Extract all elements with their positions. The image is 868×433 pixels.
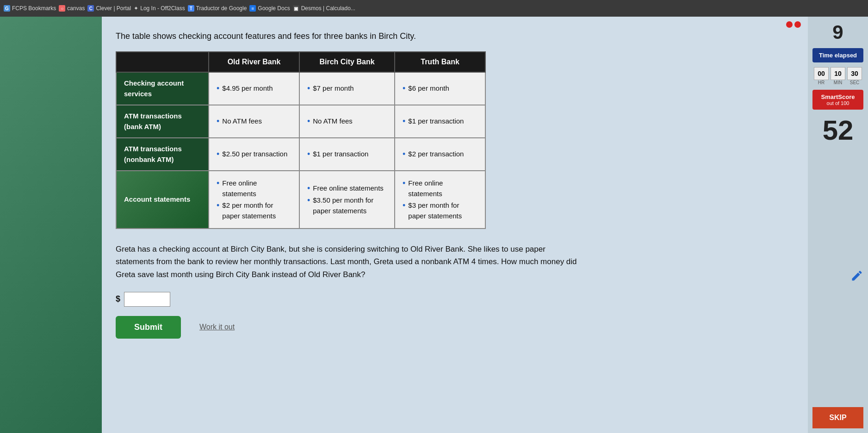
cell-checking-old-river: • $4.95 per month: [209, 72, 299, 105]
time-numbers: 00 HR 10 MIN 30 SEC: [814, 67, 862, 85]
time-value-hr: 00: [814, 67, 829, 80]
table-row: Checking account services • $4.95 per mo…: [116, 72, 485, 105]
desmos-icon: ▣: [293, 5, 299, 12]
red-dot-2: [794, 21, 801, 28]
time-display: 00 HR 10 MIN 30 SEC: [812, 67, 863, 85]
bullet-dot: •: [403, 116, 405, 127]
time-value-min: 10: [831, 67, 845, 80]
pencil-icon[interactable]: [850, 269, 863, 284]
time-elapsed-button[interactable]: Time elapsed: [812, 48, 863, 62]
bullet-item: • $4.95 per month: [217, 83, 291, 94]
question-text: Greta has a checking account at Birch Ci…: [116, 243, 578, 281]
tab-canvas[interactable]: ○ canvas: [59, 5, 85, 12]
table-row: ATM transactions (bank ATM) • No ATM fee…: [116, 105, 485, 138]
row-header-atm-bank: ATM transactions (bank ATM): [116, 105, 209, 138]
bullet-dot: •: [307, 195, 310, 206]
bullet-item: • $2.50 per transaction: [217, 149, 291, 160]
off2class-icon: ✦: [134, 5, 138, 12]
cell-atm-bank-old-river: • No ATM fees: [209, 105, 299, 138]
bullet-dot: •: [217, 178, 219, 189]
red-dot-1: [786, 21, 793, 28]
bullet-dot: •: [307, 116, 310, 127]
skip-button[interactable]: SKIP: [812, 407, 863, 428]
traductor-icon: T: [188, 5, 194, 12]
table-row: ATM transactions (nonbank ATM) • $2.50 p…: [116, 138, 485, 171]
time-unit-sec: 30 SEC: [847, 67, 862, 85]
cell-atm-bank-birch: • No ATM fees: [299, 105, 395, 138]
bullet-dot: •: [403, 149, 405, 160]
cell-atm-nonbank-birch: • $1 per transaction: [299, 138, 395, 171]
bullet-item: • $3.50 per month for paper statements: [307, 195, 387, 216]
row-header-atm-nonbank: ATM transactions (nonbank ATM): [116, 138, 209, 171]
bullet-dot: •: [403, 200, 405, 211]
bullet-item: • Free online statements: [307, 183, 387, 194]
tab-gdocs[interactable]: ≡ Google Docs: [249, 5, 290, 12]
bullet-dot: •: [217, 116, 219, 127]
time-label-hr: HR: [818, 80, 825, 85]
cell-checking-truth: • $6 per month: [395, 72, 485, 105]
gdocs-icon: ≡: [249, 5, 256, 12]
smart-score-label: SmartScore: [818, 93, 858, 100]
dollar-sign: $: [116, 294, 120, 304]
main-content: The table shows checking account feature…: [0, 17, 868, 433]
col-birch-city: Birch City Bank: [299, 52, 395, 72]
clever-icon: C: [87, 5, 94, 12]
work-it-out-link[interactable]: Work it out: [199, 323, 235, 331]
bullet-dot: •: [217, 200, 219, 211]
cell-statements-truth: • Free online statements • $3 per month …: [395, 171, 485, 229]
tab-clever[interactable]: C Clever | Portal: [87, 5, 131, 12]
intro-text: The table shows checking account feature…: [116, 31, 794, 42]
bullet-item: • $2 per month for paper statements: [217, 200, 291, 221]
time-label-sec: SEC: [850, 80, 860, 85]
tab-off2class[interactable]: ✦ Log In - Off2Class: [134, 5, 185, 12]
bullet-item: • $7 per month: [307, 83, 387, 94]
cell-statements-old-river: • Free online statements • $2 per month …: [209, 171, 299, 229]
smart-score-button[interactable]: SmartScore out of 100: [812, 90, 863, 110]
time-label-min: MIN: [834, 80, 842, 85]
smart-score-sublabel: out of 100: [818, 100, 858, 106]
row-header-account-statements: Account statements: [116, 171, 209, 229]
bullet-dot: •: [217, 83, 219, 94]
question-number: 9: [832, 21, 843, 43]
fcps-icon: G: [4, 5, 10, 12]
bullet-dot: •: [307, 149, 310, 160]
content-area: The table shows checking account feature…: [102, 17, 808, 433]
bullet-dot: •: [403, 178, 405, 189]
bullet-item: • $1 per transaction: [403, 116, 477, 127]
bullet-item: • Free online statements: [217, 178, 291, 199]
bank-table: Old River Bank Birch City Bank Truth Ban…: [116, 51, 486, 229]
cell-checking-birch: • $7 per month: [299, 72, 395, 105]
bullet-dot: •: [307, 83, 310, 94]
submit-button[interactable]: Submit: [116, 316, 181, 339]
time-unit-hr: 00 HR: [814, 67, 829, 85]
col-old-river: Old River Bank: [209, 52, 299, 72]
cell-atm-nonbank-old-river: • $2.50 per transaction: [209, 138, 299, 171]
tab-desmos[interactable]: ▣ Desmos | Calculado...: [293, 5, 355, 12]
bullet-item: • $6 per month: [403, 83, 477, 94]
col-truth-bank: Truth Bank: [395, 52, 485, 72]
cell-statements-birch: • Free online statements • $3.50 per mon…: [299, 171, 395, 229]
bullet-dot: •: [217, 149, 219, 160]
bullet-item: • No ATM fees: [217, 116, 291, 127]
bullet-item: • Free online statements: [403, 178, 477, 199]
tab-fcps[interactable]: G FCPS Bookmarks: [4, 5, 56, 12]
bottom-row: Submit Work it out: [116, 316, 794, 339]
bullet-item: • $1 per transaction: [307, 149, 387, 160]
bullet-item: • $3 per month for paper statements: [403, 200, 477, 221]
canvas-icon: ○: [59, 5, 65, 12]
tab-traductor[interactable]: T Traductor de Google: [188, 5, 247, 12]
table-row: Account statements • Free online stateme…: [116, 171, 485, 229]
time-value-sec: 30: [847, 67, 862, 80]
browser-bar: G FCPS Bookmarks ○ canvas C Clever | Por…: [0, 0, 868, 17]
cell-atm-bank-truth: • $1 per transaction: [395, 105, 485, 138]
bullet-dot: •: [403, 83, 405, 94]
right-sidebar: 9 Time elapsed 00 HR 10 MIN 30 SEC: [808, 17, 868, 433]
bullet-item: • $2 per transaction: [403, 149, 477, 160]
red-dots: [786, 21, 801, 28]
time-unit-min: 10 MIN: [831, 67, 845, 85]
answer-row: $: [116, 292, 794, 307]
bullet-dot: •: [307, 183, 310, 194]
answer-input[interactable]: [124, 292, 170, 307]
empty-header: [116, 52, 209, 72]
left-panel: [0, 17, 102, 433]
